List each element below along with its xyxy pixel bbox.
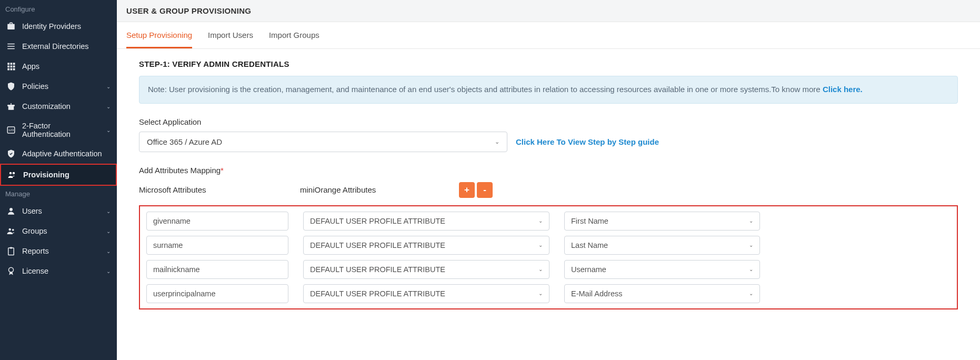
gift-icon <box>6 102 16 111</box>
sidebar-item-apps[interactable]: Apps <box>0 56 117 76</box>
svg-point-17 <box>9 172 12 175</box>
sidebar-item-label: License <box>22 267 100 275</box>
sidebar-item-label: Reports <box>22 247 100 255</box>
svg-point-19 <box>9 208 13 211</box>
chevron-down-icon: ⌄ <box>106 268 111 274</box>
sidebar-item-label: External Directories <box>22 42 111 51</box>
chevron-down-icon: ⌄ <box>749 291 753 296</box>
svg-rect-7 <box>11 66 13 68</box>
step-title: STEP-1: VERIFY ADMIN CREDENTIALS <box>139 59 958 68</box>
add-attributes-mapping-label: Add Attributes Mapping* <box>139 166 958 175</box>
miniorange-attribute-select[interactable]: E-Mail Address ⌄ <box>564 284 760 303</box>
tabs: Setup Provisioning Import Users Import G… <box>117 22 980 49</box>
svg-rect-5 <box>13 63 15 65</box>
people-sync-icon <box>7 170 17 179</box>
svg-rect-9 <box>7 68 9 71</box>
page-title: USER & GROUP PROVISIONING <box>117 0 980 22</box>
svg-rect-22 <box>8 248 14 255</box>
sidebar-item-label: Customization <box>22 102 100 111</box>
shield-check-icon <box>6 149 16 158</box>
chevron-down-icon: ⌄ <box>538 218 543 224</box>
sidebar-item-identity-providers[interactable]: Identity Providers <box>0 16 117 36</box>
tab-content: STEP-1: VERIFY ADMIN CREDENTIALS Note: U… <box>117 49 980 320</box>
group-icon <box>6 226 16 236</box>
mapping-row: DEFAULT USER PROFILE ATTRIBUTE ⌄ Last Na… <box>146 236 951 255</box>
remove-mapping-button[interactable]: - <box>477 182 493 198</box>
miniorange-attribute-select[interactable]: Last Name ⌄ <box>564 236 760 255</box>
sidebar-item-label: Groups <box>22 227 100 235</box>
chevron-down-icon: ⌄ <box>106 228 111 234</box>
sidebar-item-label: Identity Providers <box>22 22 111 31</box>
svg-point-24 <box>9 267 14 272</box>
sidebar-item-users[interactable]: Users ⌄ <box>0 201 117 221</box>
microsoft-attribute-input[interactable] <box>146 236 288 255</box>
select-application-value: Office 365 / Azure AD <box>147 137 222 146</box>
sidebar-item-adaptive-auth[interactable]: Adaptive Authentication <box>0 144 117 164</box>
sidebar-item-reports[interactable]: Reports ⌄ <box>0 241 117 261</box>
microsoft-attribute-input[interactable] <box>146 284 288 303</box>
grid-icon <box>6 62 16 71</box>
sidebar-item-provisioning[interactable]: Provisioning <box>0 164 117 186</box>
user-icon <box>6 206 16 216</box>
chevron-down-icon: ⌄ <box>106 104 111 109</box>
svg-rect-0 <box>7 44 15 45</box>
briefcase-icon <box>6 22 16 31</box>
sidebar-item-label: Adaptive Authentication <box>22 149 111 158</box>
svg-rect-6 <box>7 66 9 68</box>
sidebar-item-customization[interactable]: Customization ⌄ <box>0 96 117 116</box>
tab-import-users[interactable]: Import Users <box>208 22 253 48</box>
sidebar-item-license[interactable]: License ⌄ <box>0 261 117 281</box>
step-by-step-guide-link[interactable]: Click Here To View Step by Step guide <box>516 137 659 146</box>
tab-import-groups[interactable]: Import Groups <box>269 22 319 48</box>
keypad-icon: 123 <box>6 125 16 135</box>
miniorange-attribute-select[interactable]: Username ⌄ <box>564 260 760 279</box>
note-text: Note: User provisioning is the creation,… <box>148 85 823 94</box>
badge-icon <box>6 266 16 276</box>
svg-rect-4 <box>11 63 13 65</box>
mapping-table: DEFAULT USER PROFILE ATTRIBUTE ⌄ First N… <box>139 205 958 309</box>
clipboard-icon <box>6 246 16 256</box>
chevron-down-icon: ⌄ <box>106 127 111 133</box>
attribute-type-select[interactable]: DEFAULT USER PROFILE ATTRIBUTE ⌄ <box>303 212 549 231</box>
miniorange-attribute-select[interactable]: First Name ⌄ <box>564 212 760 231</box>
sidebar-item-label: Provisioning <box>23 171 109 179</box>
sidebar-item-label: Users <box>22 207 100 215</box>
note-link[interactable]: Click here. <box>823 85 863 94</box>
svg-rect-3 <box>7 63 9 65</box>
sidebar-item-two-factor[interactable]: 123 2-Factor Authentication ⌄ <box>0 116 117 144</box>
add-mapping-button[interactable]: + <box>459 182 475 198</box>
sidebar-item-policies[interactable]: Policies ⌄ <box>0 76 117 96</box>
microsoft-attribute-input[interactable] <box>146 212 288 231</box>
svg-point-21 <box>12 229 14 231</box>
sidebar: Configure Identity Providers External Di… <box>0 0 117 360</box>
microsoft-attribute-input[interactable] <box>146 260 288 279</box>
sidebar-item-groups[interactable]: Groups ⌄ <box>0 221 117 241</box>
svg-rect-23 <box>10 247 13 249</box>
sidebar-item-label: Policies <box>22 82 100 91</box>
sidebar-item-label: Apps <box>22 62 111 71</box>
chevron-down-icon: ⌄ <box>538 291 543 296</box>
tab-setup-provisioning[interactable]: Setup Provisioning <box>126 22 192 48</box>
attribute-type-select[interactable]: DEFAULT USER PROFILE ATTRIBUTE ⌄ <box>303 236 549 255</box>
sidebar-section-manage: Manage <box>0 186 117 201</box>
sidebar-item-external-directories[interactable]: External Directories <box>0 36 117 56</box>
svg-point-20 <box>9 228 12 231</box>
select-application-dropdown[interactable]: Office 365 / Azure AD ⌄ <box>139 132 507 152</box>
chevron-down-icon: ⌄ <box>538 266 543 272</box>
chevron-down-icon: ⌄ <box>749 266 753 272</box>
svg-rect-2 <box>7 48 15 49</box>
sidebar-item-label: 2-Factor Authentication <box>22 122 100 138</box>
svg-rect-14 <box>11 103 12 110</box>
svg-text:123: 123 <box>8 128 14 132</box>
svg-rect-11 <box>13 68 15 71</box>
list-icon <box>6 42 16 51</box>
attribute-type-select[interactable]: DEFAULT USER PROFILE ATTRIBUTE ⌄ <box>303 260 549 279</box>
svg-rect-8 <box>13 66 15 68</box>
info-note: Note: User provisioning is the creation,… <box>139 76 958 104</box>
col-header-microsoft: Microsoft Attributes <box>139 185 300 194</box>
col-header-miniorange: miniOrange Attributes <box>300 185 459 194</box>
svg-rect-1 <box>7 46 15 47</box>
chevron-down-icon: ⌄ <box>495 138 499 145</box>
mapping-row: DEFAULT USER PROFILE ATTRIBUTE ⌄ First N… <box>146 212 951 231</box>
attribute-type-select[interactable]: DEFAULT USER PROFILE ATTRIBUTE ⌄ <box>303 284 549 303</box>
